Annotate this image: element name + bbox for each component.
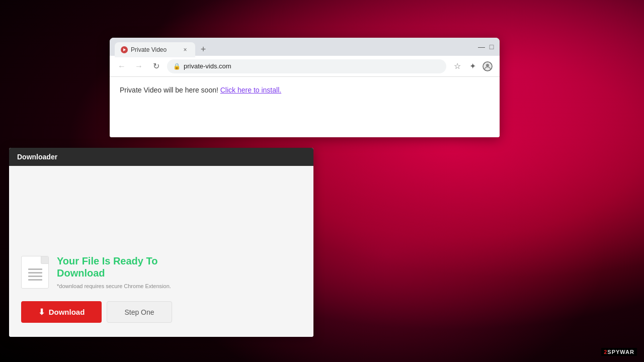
downloader-widget: Downloader Your File Is Ready To Downloa… xyxy=(9,148,313,337)
download-icon: ⬇ xyxy=(38,307,45,317)
bookmark-icon[interactable]: ☆ xyxy=(451,60,463,72)
browser-page: Private Video will be here soon! Click h… xyxy=(110,77,500,137)
forward-button[interactable]: → xyxy=(133,60,145,72)
url-text: private-vids.com xyxy=(184,62,231,70)
new-tab-button[interactable]: + xyxy=(196,42,210,56)
file-ready-title: Your File Is Ready To Download xyxy=(57,255,171,279)
profile-icon[interactable] xyxy=(481,60,494,72)
refresh-button[interactable]: ↻ xyxy=(150,60,162,72)
lock-icon: 🔒 xyxy=(173,63,181,70)
watermark-text: 2SPYWAR xyxy=(601,348,637,356)
file-icon xyxy=(21,256,49,289)
browser-window: Private Video × + — □ ← → ↻ 🔒 private-vi… xyxy=(110,38,500,137)
downloader-title: Downloader xyxy=(17,153,57,161)
window-controls: — □ xyxy=(478,44,495,50)
step-one-button[interactable]: Step One xyxy=(107,301,172,323)
file-note: *download requires secure Chrome Extensi… xyxy=(57,283,171,289)
file-row: Your File Is Ready To Download *download… xyxy=(21,255,301,289)
downloader-header: Downloader xyxy=(9,148,313,166)
tab-favicon xyxy=(121,46,128,53)
toolbar-icons: ☆ ✦ xyxy=(451,60,494,72)
file-info: Your File Is Ready To Download *download… xyxy=(57,255,171,289)
download-button[interactable]: ⬇ Download xyxy=(21,301,102,323)
browser-tab-private-video[interactable]: Private Video × xyxy=(115,42,195,57)
browser-addressbar: ← → ↻ 🔒 private-vids.com ☆ ✦ xyxy=(110,56,500,77)
install-link[interactable]: Click here to install. xyxy=(220,86,281,94)
url-bar[interactable]: 🔒 private-vids.com xyxy=(167,59,446,73)
svg-point-2 xyxy=(486,64,489,67)
action-row: ⬇ Download Step One xyxy=(21,301,301,323)
page-static-text: Private Video will be here soon! xyxy=(120,86,218,94)
back-button[interactable]: ← xyxy=(116,60,128,72)
tab-title: Private Video xyxy=(131,46,167,53)
maximize-button[interactable]: □ xyxy=(489,44,495,50)
minimize-button[interactable]: — xyxy=(478,44,485,50)
tab-close-button[interactable]: × xyxy=(181,46,189,54)
tab-area: Private Video × + xyxy=(115,38,475,56)
browser-titlebar: Private Video × + — □ xyxy=(110,38,500,56)
extensions-icon[interactable]: ✦ xyxy=(466,60,478,72)
watermark: 2SPYWAR xyxy=(601,348,637,356)
svg-marker-0 xyxy=(123,48,126,51)
downloader-body: Your File Is Ready To Download *download… xyxy=(9,166,313,337)
file-icon-lines xyxy=(28,263,42,281)
